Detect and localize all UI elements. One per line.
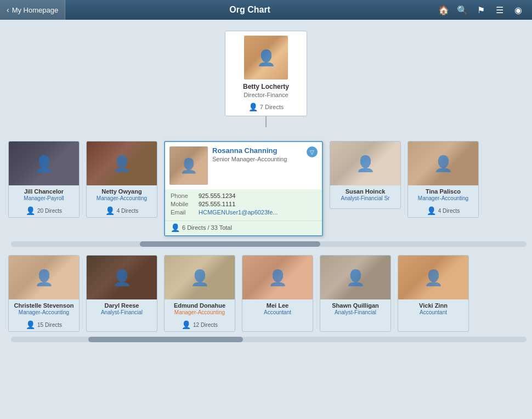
- vicki-card[interactable]: 👤 Vicki Zinn Accountant: [398, 255, 469, 332]
- susan-card[interactable]: 👤 Susan Hoinck Analyst-Financial Sr: [330, 141, 401, 209]
- netty-photo: 👤: [87, 141, 157, 185]
- christelle-footer: 👤 15 Directs: [9, 318, 79, 331]
- tina-photo: 👤: [408, 141, 478, 185]
- jill-name: Jill Chancelor: [12, 188, 76, 195]
- shawn-body: Shawn Quilligan Analyst-Financial: [320, 299, 390, 318]
- netty-footer: 👤 4 Directs: [87, 204, 157, 217]
- rosanna-name: Rosanna Channing: [212, 146, 287, 155]
- back-label: My Homepage: [12, 6, 59, 14]
- tina-card[interactable]: 👤 Tina Palisco Manager-Accounting 👤 4 Di…: [408, 141, 479, 218]
- scrollbar-1[interactable]: [11, 241, 527, 247]
- scrollbar-2[interactable]: [11, 337, 527, 342]
- scrollbar-thumb-1: [140, 241, 320, 247]
- jill-directs-icon: 👤: [26, 206, 35, 215]
- rosanna-details: Phone 925.555.1234 Mobile 925.555.1111 E…: [165, 189, 322, 220]
- home-icon[interactable]: 🏠: [434, 0, 453, 20]
- rosanna-footer: 👤 6 Directs / 33 Total: [165, 220, 322, 235]
- christelle-name: Christelle Stevenson: [12, 302, 76, 309]
- tina-directs: 4 Directs: [438, 208, 460, 214]
- rosanna-email[interactable]: HCMGENUser1@ap6023fe...: [199, 209, 278, 216]
- rosanna-title: Senior Manager-Accounting: [212, 156, 287, 162]
- rosanna-photo: 👤: [169, 146, 208, 185]
- org-chart-main: 👤 Betty Locherty Director-Finance 👤 7 Di…: [0, 20, 532, 419]
- tina-footer: 👤 4 Directs: [408, 204, 478, 217]
- daryl-photo: 👤: [87, 256, 157, 299]
- mei-photo: 👤: [242, 256, 313, 299]
- connector-top: [265, 116, 267, 127]
- rosanna-mobile: 925.555.1111: [199, 201, 235, 207]
- third-level-scroll[interactable]: 👤 Christelle Stevenson Manager-Accountin…: [3, 252, 529, 335]
- christelle-card[interactable]: 👤 Christelle Stevenson Manager-Accountin…: [8, 255, 80, 332]
- christelle-body: Christelle Stevenson Manager-Accounting: [9, 299, 79, 318]
- email-label: Email: [171, 209, 195, 216]
- vicki-body: Vicki Zinn Accountant: [398, 299, 468, 318]
- christelle-title: Manager-Accounting: [12, 309, 76, 315]
- netty-body: Netty Owyang Manager-Accounting: [87, 185, 157, 204]
- betty-card[interactable]: 👤 Betty Locherty Director-Finance 👤 7 Di…: [225, 31, 307, 116]
- susan-footer: [330, 204, 400, 208]
- jill-card[interactable]: 👤 Jill Chancelor Manager-Payroll 👤 20 Di…: [8, 141, 80, 218]
- betty-name: Betty Locherty: [243, 83, 289, 90]
- daryl-card[interactable]: 👤 Daryl Reese Analyst-Financial: [86, 255, 157, 332]
- daryl-body: Daryl Reese Analyst-Financial: [87, 299, 157, 318]
- susan-photo: 👤: [330, 141, 400, 185]
- header-icons: 🏠 🔍 ⚑ ☰ ◉: [434, 0, 532, 20]
- mei-title: Accountant: [246, 309, 309, 315]
- third-level: 👤 Christelle Stevenson Manager-Accountin…: [3, 252, 529, 335]
- betty-photo: 👤: [244, 36, 288, 80]
- edmund-name: Edmund Donahue: [168, 302, 231, 309]
- daryl-title: Analyst-Financial: [90, 309, 154, 315]
- rosanna-expand-btn[interactable]: ▽: [307, 146, 318, 157]
- second-level: 👤 Jill Chancelor Manager-Payroll 👤 20 Di…: [3, 138, 529, 239]
- rosanna-info: Rosanna Channing Senior Manager-Accounti…: [212, 146, 318, 185]
- daryl-footer: [87, 318, 157, 322]
- tina-title: Manager-Accounting: [411, 195, 475, 201]
- netty-name: Netty Owyang: [90, 188, 154, 195]
- vicki-photo: 👤: [398, 256, 468, 299]
- daryl-name: Daryl Reese: [90, 302, 154, 309]
- second-level-scroll[interactable]: 👤 Jill Chancelor Manager-Payroll 👤 20 Di…: [3, 138, 529, 239]
- edmund-body: Edmund Donahue Manager-Accounting: [165, 299, 235, 318]
- mei-card[interactable]: 👤 Mei Lee Accountant: [242, 255, 313, 332]
- jill-title: Manager-Payroll: [12, 195, 76, 201]
- netty-card[interactable]: 👤 Netty Owyang Manager-Accounting 👤 4 Di…: [86, 141, 157, 218]
- mei-footer: [242, 318, 313, 322]
- shawn-title: Analyst-Financial: [324, 309, 387, 315]
- mei-name: Mei Lee: [246, 302, 309, 309]
- rosanna-directs: 6 Directs / 33 Total: [182, 224, 232, 231]
- tina-name: Tina Palisco: [411, 188, 475, 195]
- netty-directs: 4 Directs: [117, 208, 138, 214]
- edmund-title: Manager-Accounting: [168, 309, 231, 315]
- betty-directs-count: 7 Directs: [260, 104, 284, 110]
- christelle-photo: 👤: [9, 256, 79, 299]
- jill-photo: 👤: [9, 141, 79, 185]
- back-button[interactable]: ‹ My Homepage: [0, 0, 65, 20]
- rosanna-phone-row: Phone 925.555.1234: [171, 192, 316, 199]
- vicki-title: Accountant: [401, 309, 465, 315]
- netty-title: Manager-Accounting: [90, 195, 154, 201]
- vicki-footer: [398, 318, 468, 322]
- top-level: 👤 Betty Locherty Director-Finance 👤 7 Di…: [225, 31, 307, 127]
- mobile-label: Mobile: [171, 201, 195, 207]
- menu-icon[interactable]: ☰: [490, 0, 509, 20]
- shawn-footer: [320, 318, 390, 322]
- christelle-directs: 15 Directs: [37, 322, 62, 328]
- phone-label: Phone: [171, 192, 195, 199]
- shawn-name: Shawn Quilligan: [324, 302, 387, 309]
- search-icon[interactable]: 🔍: [453, 0, 472, 20]
- rosanna-phone: 925.555.1234: [199, 192, 235, 199]
- edmund-card[interactable]: 👤 Edmund Donahue Manager-Accounting 👤 12…: [164, 255, 235, 332]
- page-title: Org Chart: [65, 5, 434, 15]
- betty-directs-icon: 👤: [248, 103, 258, 111]
- back-arrow-icon: ‹: [7, 5, 9, 14]
- rosanna-mobile-row: Mobile 925.555.1111: [171, 201, 316, 207]
- flag-icon[interactable]: ⚑: [472, 0, 490, 20]
- org-container: 👤 Betty Locherty Director-Finance 👤 7 Di…: [0, 20, 532, 355]
- rosanna-card-expanded[interactable]: 👤 Rosanna Channing Senior Manager-Accoun…: [164, 141, 323, 236]
- jill-footer: 👤 20 Directs: [9, 204, 79, 217]
- rosanna-card-top: 👤 Rosanna Channing Senior Manager-Accoun…: [165, 142, 322, 189]
- profile-icon[interactable]: ◉: [509, 0, 528, 20]
- betty-directs: 👤 7 Directs: [248, 103, 284, 111]
- shawn-card[interactable]: 👤 Shawn Quilligan Analyst-Financial: [320, 255, 391, 332]
- susan-title: Analyst-Financial Sr: [333, 195, 397, 201]
